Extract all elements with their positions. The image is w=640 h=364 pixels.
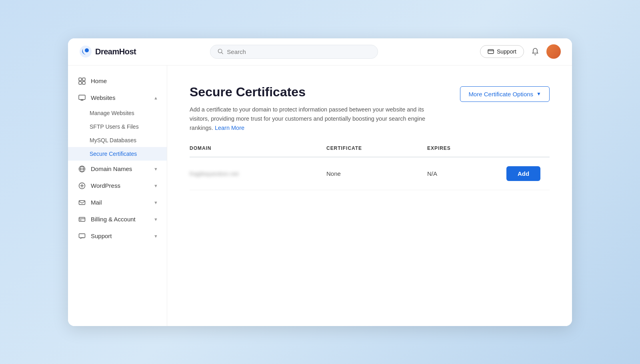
header: DreamHost Support	[68, 38, 572, 66]
body: Home Websites ▲ Manage Websites	[68, 66, 572, 326]
svg-rect-5	[82, 78, 85, 81]
user-avatar[interactable]	[546, 44, 561, 59]
dreamhost-logo-icon	[79, 45, 92, 58]
column-header-certificate: CERTIFICATE	[326, 145, 427, 157]
search-input[interactable]	[227, 48, 370, 55]
svg-point-1	[85, 48, 89, 52]
search-bar[interactable]	[210, 45, 378, 59]
svg-rect-12	[79, 201, 85, 205]
sidebar-item-wordpress-label: WordPress	[91, 182, 149, 189]
wordpress-chevron: ▼	[154, 183, 158, 188]
sidebar-subitem-manage-websites[interactable]: Manage Websites	[68, 106, 167, 120]
notification-bell[interactable]	[530, 47, 540, 56]
page-header-left: Secure Certificates Add a certificate to…	[190, 85, 430, 133]
billing-chevron: ▼	[154, 217, 158, 222]
mail-icon	[78, 199, 86, 207]
search-icon	[218, 48, 224, 55]
sidebar-subitem-secure-certificates[interactable]: Secure Certificates	[68, 147, 167, 161]
monitor-icon	[78, 94, 86, 102]
logo-area: DreamHost	[79, 45, 159, 58]
sidebar-subitem-sftp-users[interactable]: SFTP Users & Files	[68, 120, 167, 133]
logo-text: DreamHost	[95, 47, 136, 56]
dropdown-chevron-icon: ▼	[536, 91, 541, 97]
sidebar-item-mail-label: Mail	[91, 199, 149, 206]
support-icon	[488, 48, 494, 55]
header-actions: Support	[480, 44, 561, 59]
learn-more-link[interactable]: Learn More	[215, 125, 244, 131]
sidebar-item-domain-names-label: Domain Names	[91, 165, 149, 172]
wordpress-icon	[78, 182, 86, 190]
sidebar-item-home[interactable]: Home	[68, 73, 167, 90]
home-icon	[78, 77, 86, 85]
sidebar-item-websites[interactable]: Websites ▲	[68, 90, 167, 106]
websites-submenu: Manage Websites SFTP Users & Files MySQL…	[68, 106, 167, 161]
sidebar-item-wordpress[interactable]: WordPress ▼	[68, 177, 167, 194]
app-window: DreamHost Support	[68, 38, 572, 326]
sidebar-item-support-label: Support	[91, 233, 149, 239]
column-header-domain: DOMAIN	[190, 145, 326, 157]
main-content: Secure Certificates Add a certificate to…	[167, 66, 572, 326]
page-header: Secure Certificates Add a certificate to…	[190, 85, 550, 133]
support-chevron: ▼	[154, 234, 158, 239]
domain-cell: fragilequestion.net	[190, 157, 326, 190]
column-header-action	[506, 145, 550, 157]
page-description: Add a certificate to your domain to prot…	[190, 105, 430, 133]
column-header-expires: EXPIRES	[427, 145, 506, 157]
globe-icon	[78, 165, 86, 173]
svg-rect-7	[82, 82, 85, 84]
support-button[interactable]: Support	[480, 45, 524, 58]
sidebar-item-mail[interactable]: Mail ▼	[68, 194, 167, 211]
table-row: fragilequestion.net None N/A Add	[190, 157, 550, 190]
add-certificate-button[interactable]: Add	[506, 166, 540, 181]
svg-rect-13	[79, 217, 85, 221]
sidebar-item-home-label: Home	[91, 78, 158, 84]
support-sidebar-icon	[78, 232, 86, 240]
sidebar-subitem-mysql-databases[interactable]: MySQL Databases	[68, 133, 167, 147]
credit-card-icon	[78, 215, 86, 223]
page-title: Secure Certificates	[190, 85, 430, 99]
certificate-cell: None	[326, 157, 427, 190]
sidebar: Home Websites ▲ Manage Websites	[68, 66, 167, 326]
svg-rect-3	[488, 50, 494, 54]
svg-rect-4	[79, 78, 82, 81]
action-cell: Add	[506, 157, 550, 190]
sidebar-item-billing[interactable]: Billing & Account ▼	[68, 211, 167, 228]
domain-name-blurred: fragilequestion.net	[190, 170, 239, 177]
sidebar-item-websites-label: Websites	[91, 94, 149, 101]
expires-cell: N/A	[427, 157, 506, 190]
svg-rect-8	[79, 95, 85, 99]
svg-rect-15	[79, 234, 85, 238]
sidebar-item-billing-label: Billing & Account	[91, 216, 149, 223]
mail-chevron: ▼	[154, 200, 158, 205]
sidebar-item-support[interactable]: Support ▼	[68, 228, 167, 245]
svg-rect-14	[80, 220, 82, 221]
domain-names-chevron: ▼	[154, 167, 158, 171]
sidebar-item-domain-names[interactable]: Domain Names ▼	[68, 161, 167, 177]
table-body: fragilequestion.net None N/A Add	[190, 157, 550, 190]
more-certificate-options-button[interactable]: More Certificate Options ▼	[460, 86, 550, 102]
support-label: Support	[497, 48, 516, 55]
table-header: DOMAIN CERTIFICATE EXPIRES	[190, 145, 550, 157]
certificates-table: DOMAIN CERTIFICATE EXPIRES fragilequesti…	[190, 145, 550, 190]
svg-rect-6	[79, 82, 82, 84]
websites-chevron-up: ▲	[154, 95, 158, 100]
